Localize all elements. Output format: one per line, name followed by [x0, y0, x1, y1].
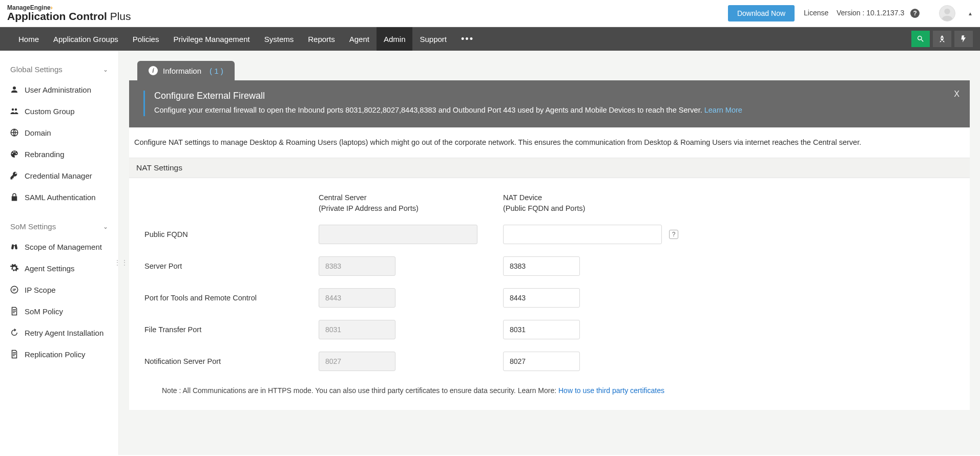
banner-close-button[interactable]: X — [954, 90, 960, 99]
rocket-icon — [938, 35, 946, 43]
sidebar-item-agent-settings[interactable]: Agent Settings — [0, 257, 118, 279]
input-server-port-central — [319, 256, 395, 276]
tab-count: ( 1 ) — [210, 67, 223, 75]
svg-text:IP: IP — [13, 288, 16, 292]
sidebar-item-label: IP Scope — [25, 286, 56, 294]
nav-home[interactable]: Home — [11, 27, 46, 51]
sidebar-item-domain[interactable]: Domain — [0, 122, 118, 143]
sidebar-item-saml-authentication[interactable]: SAML Authentication — [0, 186, 118, 208]
nav-systems[interactable]: Systems — [257, 27, 301, 51]
column-header-nat: NAT Device(Public FQDN and Ports) — [503, 192, 687, 213]
nav-privilege-management[interactable]: Privilege Management — [166, 27, 257, 51]
version-text: Version : 10.1.2137.3 — [837, 9, 904, 17]
sidebar-item-user-administration[interactable]: User Administration — [0, 79, 118, 100]
column-header-central: Central Server(Private IP Address and Po… — [319, 192, 503, 213]
sidebar-item-credential-manager[interactable]: Credential Manager — [0, 165, 118, 186]
product-brand: ManageEngine› Application Control Plus — [7, 5, 131, 23]
input-server-port-nat[interactable] — [503, 256, 580, 276]
nav-support[interactable]: Support — [412, 27, 454, 51]
info-icon: i — [149, 66, 158, 75]
sidebar-item-replication-policy[interactable]: Replication Policy — [0, 343, 118, 365]
caret-up-icon[interactable]: ▲ — [968, 11, 973, 16]
sidebar-collapse-handle[interactable]: ⋮⋮ — [118, 255, 123, 270]
nav-policies[interactable]: Policies — [126, 27, 166, 51]
sidebar-section-label: Global Settings — [10, 65, 62, 74]
input-tools-port-nat[interactable] — [503, 288, 580, 308]
input-notify-port-central — [319, 352, 395, 371]
main-navigation: Home Application Groups Policies Privile… — [0, 27, 980, 51]
sidebar-item-label: SAML Authentication — [25, 193, 96, 202]
tab-label: Information — [163, 67, 201, 75]
sidebar-item-label: Agent Settings — [25, 264, 75, 273]
lock-icon — [9, 192, 19, 202]
sidebar-item-label: Replication Policy — [25, 350, 85, 359]
sidebar-item-scope-of-management[interactable]: Scope of Management — [0, 236, 118, 257]
note-link-third-party-certs[interactable]: How to use third party certificates — [558, 386, 664, 395]
label-server-port: Server Port — [144, 262, 319, 270]
sidebar-item-som-policy[interactable]: SoM Policy — [0, 300, 118, 322]
tab-information[interactable]: i Information ( 1 ) — [137, 61, 235, 80]
replication-icon — [9, 350, 19, 359]
help-icon[interactable]: ? — [910, 9, 920, 18]
label-tools-port: Port for Tools and Remote Control — [144, 294, 319, 302]
nav-agent[interactable]: Agent — [342, 27, 377, 51]
banner-body-text: Configure your external firewall to open… — [154, 106, 702, 114]
input-public-fqdn-central — [319, 225, 477, 244]
svg-point-0 — [944, 9, 950, 14]
nav-more-icon[interactable]: ••• — [454, 27, 481, 51]
sidebar-item-label: Domain — [25, 128, 51, 137]
banner-learn-more-link[interactable]: Learn More — [704, 106, 742, 114]
input-notify-port-nat[interactable] — [503, 352, 580, 371]
input-public-fqdn-nat[interactable] — [503, 225, 662, 244]
quick-action-button[interactable] — [954, 31, 973, 47]
sidebar-item-label: Custom Group — [25, 107, 75, 116]
user-icon — [9, 85, 19, 94]
help-public-fqdn[interactable]: ? — [669, 230, 678, 239]
input-tools-port-central — [319, 288, 395, 308]
input-file-port-central — [319, 320, 395, 339]
search-button[interactable] — [911, 31, 930, 47]
firewall-banner: Configure External Firewall Configure yo… — [129, 80, 970, 127]
binoculars-icon — [9, 242, 19, 251]
search-icon — [916, 35, 925, 43]
sidebar-item-label: SoM Policy — [25, 307, 63, 316]
sidebar-item-label: Rebranding — [25, 150, 65, 159]
document-icon — [9, 307, 19, 316]
sidebar-item-rebranding[interactable]: Rebranding — [0, 143, 118, 165]
nav-application-groups[interactable]: Application Groups — [46, 27, 126, 51]
announce-button[interactable] — [933, 31, 951, 47]
download-now-button[interactable]: Download Now — [728, 5, 795, 21]
bolt-icon — [960, 35, 968, 43]
nav-reports[interactable]: Reports — [301, 27, 342, 51]
sidebar-item-label: Scope of Management — [25, 243, 102, 251]
note-text: Note : All Communications are in HTTPS m… — [144, 383, 954, 405]
sidebar-item-ip-scope[interactable]: IP IP Scope — [0, 279, 118, 300]
label-public-fqdn: Public FQDN — [144, 230, 319, 238]
section-header-nat-settings: NAT Settings — [129, 158, 970, 178]
sidebar: Global Settings ⌄ User Administration Cu… — [0, 51, 119, 455]
sidebar-item-custom-group[interactable]: Custom Group — [0, 100, 118, 122]
ip-icon: IP — [9, 285, 19, 294]
sidebar-section-label: SoM Settings — [10, 222, 56, 231]
user-avatar[interactable] — [939, 5, 955, 21]
sidebar-section-global-settings[interactable]: Global Settings ⌄ — [0, 60, 118, 79]
sidebar-item-label: Retry Agent Installation — [25, 329, 103, 337]
license-link[interactable]: License — [804, 9, 828, 17]
gear-icon — [9, 264, 19, 273]
group-icon — [9, 106, 19, 116]
key-icon — [9, 171, 19, 180]
sidebar-item-retry-agent-installation[interactable]: Retry Agent Installation — [0, 322, 118, 343]
chevron-down-icon: ⌄ — [103, 66, 108, 73]
sidebar-section-som-settings[interactable]: SoM Settings ⌄ — [0, 217, 118, 236]
chevron-down-icon: ⌄ — [103, 223, 108, 230]
nav-admin[interactable]: Admin — [377, 27, 413, 51]
globe-icon — [9, 128, 19, 137]
label-file-port: File Transfer Port — [144, 325, 319, 334]
label-notify-port: Notification Server Port — [144, 357, 319, 365]
brand-main-suffix: Plus — [110, 10, 131, 22]
brand-main-strong: Application Control — [7, 10, 107, 22]
sidebar-item-label: Credential Manager — [25, 171, 92, 180]
intro-text: Configure NAT settings to manage Desktop… — [129, 127, 970, 158]
input-file-port-nat[interactable] — [503, 320, 580, 339]
retry-icon — [9, 328, 19, 337]
